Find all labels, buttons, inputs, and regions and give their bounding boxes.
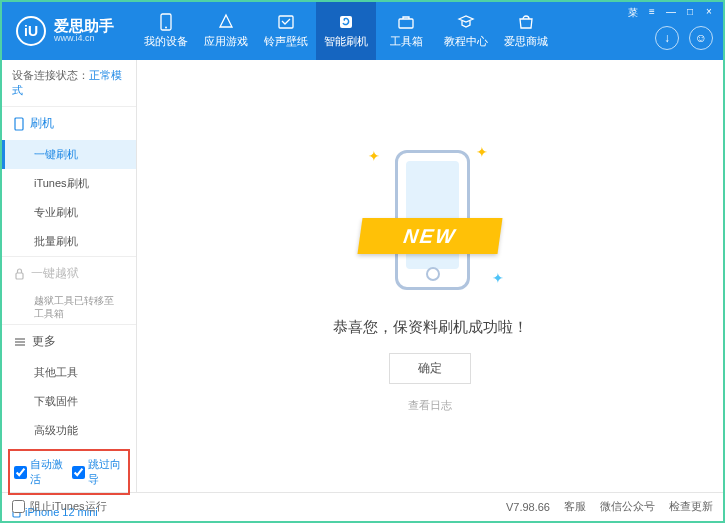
- svg-point-1: [165, 27, 167, 29]
- sidebar-item-download[interactable]: 下载固件: [2, 387, 136, 416]
- sidebar-item-itunes[interactable]: iTunes刷机: [2, 169, 136, 198]
- nav-store[interactable]: 爱思商城: [496, 2, 556, 60]
- checkbox-group: 自动激活 跳过向导: [8, 449, 130, 495]
- main-content: ✦ ✦ ✦ NEW 恭喜您，保资料刷机成功啦！ 确定 查看日志: [137, 60, 723, 492]
- ok-button[interactable]: 确定: [389, 353, 471, 384]
- star-icon: ✦: [368, 148, 380, 164]
- menu-icon[interactable]: 菜: [625, 6, 641, 20]
- nav-label: 智能刷机: [324, 34, 368, 49]
- view-log-link[interactable]: 查看日志: [408, 398, 452, 413]
- toolbox-icon: [397, 13, 415, 31]
- header-right: ↓ ☺: [655, 26, 713, 50]
- tutorial-icon: [457, 13, 475, 31]
- phone-icon: [157, 13, 175, 31]
- new-ribbon: NEW: [357, 218, 502, 254]
- sidebar-item-oneclick[interactable]: 一键刷机: [2, 140, 136, 169]
- nav-label: 我的设备: [144, 34, 188, 49]
- nav-flash[interactable]: 智能刷机: [316, 2, 376, 60]
- list-icon[interactable]: ≡: [644, 6, 660, 20]
- block-itunes-checkbox[interactable]: 阻止iTunes运行: [12, 499, 107, 514]
- connection-status: 设备连接状态：正常模式: [2, 60, 136, 106]
- nav-label: 应用游戏: [204, 34, 248, 49]
- svg-rect-5: [15, 118, 23, 130]
- svg-rect-6: [16, 273, 23, 279]
- version-label: V7.98.66: [506, 501, 550, 513]
- nav-toolbox[interactable]: 工具箱: [376, 2, 436, 60]
- sidebar-item-pro[interactable]: 专业刷机: [2, 198, 136, 227]
- wallpaper-icon: [277, 13, 295, 31]
- svg-rect-2: [279, 16, 293, 28]
- logo-icon: iU: [16, 16, 46, 46]
- flash-icon: [337, 13, 355, 31]
- footer-wechat[interactable]: 微信公众号: [600, 499, 655, 514]
- star-icon: ✦: [492, 270, 504, 286]
- success-message: 恭喜您，保资料刷机成功啦！: [333, 318, 528, 337]
- user-icon[interactable]: ☺: [689, 26, 713, 50]
- nav-label: 教程中心: [444, 34, 488, 49]
- nav-ringtone[interactable]: 铃声壁纸: [256, 2, 316, 60]
- app-url: www.i4.cn: [54, 34, 114, 44]
- app-header: iU 爱思助手 www.i4.cn 我的设备 应用游戏 铃声壁纸 智能刷机 工具…: [2, 2, 723, 60]
- apps-icon: [217, 13, 235, 31]
- sidebar-item-other[interactable]: 其他工具: [2, 358, 136, 387]
- sidebar: 设备连接状态：正常模式 刷机 一键刷机 iTunes刷机 专业刷机 批量刷机 一…: [2, 60, 137, 492]
- nav-label: 铃声壁纸: [264, 34, 308, 49]
- window-controls: 菜 ≡ — □ ×: [625, 6, 717, 20]
- sidebar-item-advanced[interactable]: 高级功能: [2, 416, 136, 445]
- nav-label: 工具箱: [390, 34, 423, 49]
- footer-update[interactable]: 检查更新: [669, 499, 713, 514]
- star-icon: ✦: [476, 144, 488, 160]
- svg-rect-4: [399, 19, 413, 28]
- store-icon: [517, 13, 535, 31]
- nav-apps[interactable]: 应用游戏: [196, 2, 256, 60]
- minimize-icon[interactable]: —: [663, 6, 679, 20]
- nav-my-device[interactable]: 我的设备: [136, 2, 196, 60]
- success-illustration: ✦ ✦ ✦ NEW: [350, 140, 510, 300]
- checkbox-skip-guide[interactable]: 跳过向导: [72, 457, 124, 487]
- maximize-icon[interactable]: □: [682, 6, 698, 20]
- section-flash[interactable]: 刷机: [2, 107, 136, 140]
- nav-tutorial[interactable]: 教程中心: [436, 2, 496, 60]
- logo-area: iU 爱思助手 www.i4.cn: [2, 16, 128, 46]
- footer-support[interactable]: 客服: [564, 499, 586, 514]
- more-icon: [14, 337, 26, 347]
- jailbreak-note: 越狱工具已转移至 工具箱: [2, 290, 136, 324]
- main-nav: 我的设备 应用游戏 铃声壁纸 智能刷机 工具箱 教程中心 爱思商城: [136, 2, 556, 60]
- download-icon[interactable]: ↓: [655, 26, 679, 50]
- phone-small-icon: [14, 117, 24, 131]
- nav-label: 爱思商城: [504, 34, 548, 49]
- app-name: 爱思助手: [54, 18, 114, 35]
- close-icon[interactable]: ×: [701, 6, 717, 20]
- lock-icon: [14, 268, 25, 280]
- section-more[interactable]: 更多: [2, 325, 136, 358]
- sidebar-item-batch[interactable]: 批量刷机: [2, 227, 136, 256]
- checkbox-auto-activate[interactable]: 自动激活: [14, 457, 66, 487]
- section-jailbreak[interactable]: 一键越狱: [2, 257, 136, 290]
